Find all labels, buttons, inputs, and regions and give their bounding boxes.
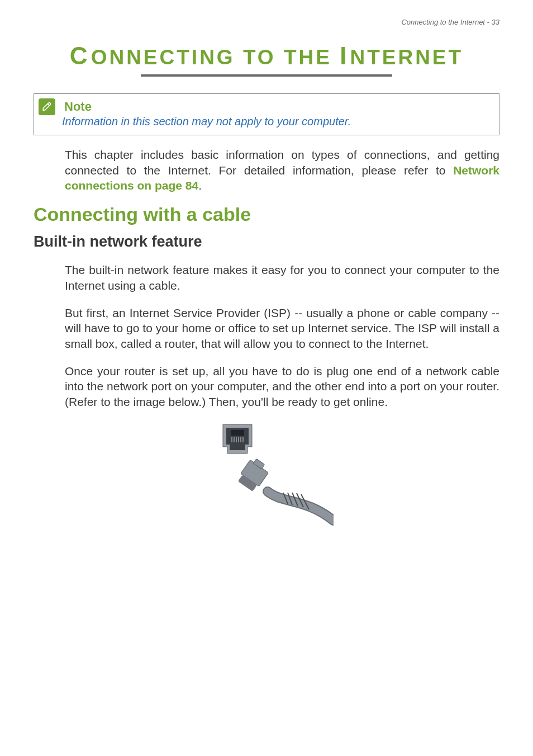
- chapter-title: CONNECTING TO THE INTERNET: [34, 42, 499, 70]
- intro-text-2: .: [198, 179, 202, 192]
- section-heading: Connecting with a cable: [34, 204, 499, 225]
- chapter-title-cap1: C: [70, 42, 91, 69]
- intro-text-1: This chapter includes basic information …: [65, 148, 499, 177]
- running-head: Connecting to the Internet - 33: [34, 18, 499, 26]
- note-heading: Note: [64, 100, 491, 114]
- ethernet-figure: [34, 420, 499, 540]
- ethernet-cable-icon: [236, 456, 334, 521]
- chapter-title-cap2: I: [340, 42, 350, 69]
- intro-paragraph: This chapter includes basic information …: [65, 147, 499, 193]
- sp: [235, 46, 243, 69]
- paragraph-1: The built-in network feature makes it ea…: [65, 262, 499, 293]
- ethernet-port-icon: [223, 424, 252, 453]
- svg-rect-2: [231, 430, 244, 436]
- note-box: Note Information in this section may not…: [34, 93, 499, 135]
- paragraph-2: But first, an Internet Service Provider …: [65, 305, 499, 352]
- title-rule: [141, 74, 392, 77]
- sp: [332, 46, 340, 69]
- chapter-title-w2: TO: [243, 46, 276, 69]
- chapter-title-w1: ONNECTING: [91, 46, 235, 69]
- sp: [276, 46, 284, 69]
- note-body: Information in this section may not appl…: [62, 115, 491, 128]
- chapter-title-w4: NTERNET: [350, 46, 463, 69]
- chapter-title-w3: THE: [284, 46, 332, 69]
- subsection-heading: Built-in network feature: [34, 233, 499, 251]
- paragraph-3: Once your router is set up, all you have…: [65, 363, 499, 410]
- pencil-icon: [39, 98, 55, 115]
